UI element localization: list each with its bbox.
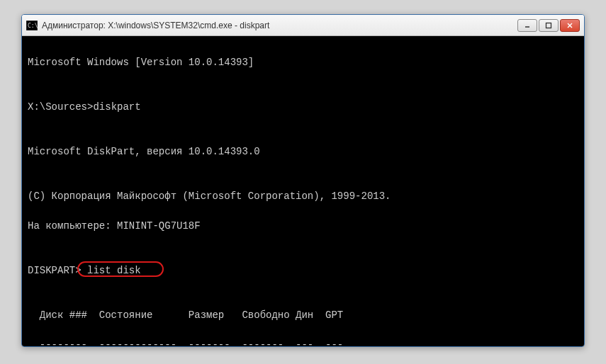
titlebar[interactable]: C:\ Администратор: X:\windows\SYSTEM32\c… [22,15,584,36]
cmd-icon: C:\ [26,21,38,30]
prompt-line: DISKPART> list disk [28,263,578,278]
table-divider: -------- ------------- ------- ------- -… [28,338,578,346]
copyright-line: (C) Корпорация Майкрософт (Microsoft Cor… [28,189,578,204]
command-listdisk: list disk [87,265,141,276]
computer-line: На компьютере: MININT-QG7U18F [28,219,578,234]
cmd-window: C:\ Администратор: X:\windows\SYSTEM32\c… [21,14,585,347]
prompt-line: X:\Sources>diskpart [28,100,578,115]
window-controls [517,19,580,32]
table-header: Диск ### Состояние Размер Свободно Дин G… [28,308,578,323]
close-button[interactable] [560,19,580,32]
maximize-button[interactable] [539,19,559,32]
svg-text:C:\: C:\ [28,23,38,29]
version-line: Microsoft Windows [Version 10.0.14393] [28,55,578,70]
prompt: X:\Sources> [28,101,93,113]
minimize-button[interactable] [517,19,537,32]
diskpart-version: Microsoft DiskPart, версия 10.0.14393.0 [28,144,578,159]
diskpart-prompt: DISKPART> [28,265,87,276]
command: diskpart [93,101,140,113]
svg-rect-3 [546,23,551,28]
window-title: Администратор: X:\windows\SYSTEM32\cmd.e… [42,21,517,30]
terminal-area[interactable]: Microsoft Windows [Version 10.0.14393] X… [22,36,584,346]
